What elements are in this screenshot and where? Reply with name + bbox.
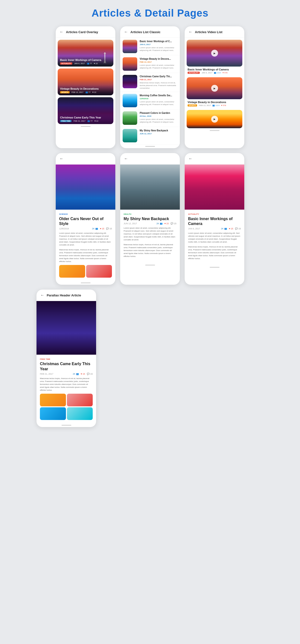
play-button-2[interactable]: ▶ [211, 85, 218, 92]
detail-body-2b: Maecenas lectus turpis, rhoncus et est a… [124, 243, 176, 258]
detail-views-2: 2K 👥 [156, 222, 162, 225]
play-button-1[interactable]: ▶ [211, 50, 218, 56]
articles-list-classic-screen: ← Articles List Classic Basic Inner Work… [120, 26, 180, 148]
back-arrow-3[interactable]: ← [189, 30, 192, 34]
grid-img-2 [86, 265, 112, 278]
detail-body-2a: Lorem ipsum dolor sit amet, consectetur … [124, 227, 176, 241]
parallax-back[interactable]: ← [40, 293, 44, 298]
detail-back-1[interactable]: ← [60, 156, 63, 161]
video-item-2[interactable]: ▶ Vintage Beauty in Decorations SPORTS F… [187, 77, 242, 108]
card-likes-2: ♥ 22 [92, 91, 96, 93]
list-item-3[interactable]: Christmas Came Early Thi... FEB 21, 2017… [120, 73, 180, 92]
list-date-5: 29 Dec, 2019 [140, 115, 177, 117]
list-excerpt-5: Lorem ipsum dolor sit amet, consectetur … [140, 118, 177, 123]
list-thumb-4 [123, 94, 137, 107]
detail-cat-1: SCIENCE [59, 213, 112, 215]
parallax-date: FEB 21, 2017 [40, 373, 53, 375]
list-info-6: My Shiny New Backpack JUN 12, 2017 [140, 129, 177, 142]
list-title-1: Basic Inner Workings of C... [140, 40, 177, 43]
video-title-2: Vintage Beauty in Decorations [188, 101, 241, 104]
list-item-6[interactable]: My Shiny New Backpack JUN 12, 2017 [120, 127, 180, 144]
bottom-bar-3 [210, 130, 219, 131]
card-views-3: 👥 77 [87, 120, 92, 122]
list-item-5[interactable]: Pleasant Colors in Garden 29 Dec, 2019 L… [120, 110, 180, 127]
list-item-4[interactable]: Morning Coffee Smells Sw... 12/5/2018 Lo… [120, 92, 180, 110]
detail-title-3: Basic Inner Workings of Camera [188, 216, 241, 227]
video-thumb-2: ▶ [187, 77, 242, 99]
play-button-3[interactable]: ▶ [211, 116, 218, 122]
row-1: ← Articles Card Overlay Basic Inner Work… [5, 26, 295, 148]
video-list-title: Articles Video List [195, 30, 222, 34]
list-thumb-2 [123, 57, 137, 71]
bottom-bar-4 [81, 282, 91, 283]
detail-back-3[interactable]: ← [189, 156, 192, 161]
card-likes-1: ♥ 22 [94, 62, 98, 64]
parallax-date-row: FEB 21, 2017 2K 👥 ♥ 15 💬 15 [40, 373, 93, 375]
video-item-1[interactable]: ▶ Basic Inner Workings of Camera ACTUALI… [187, 40, 242, 75]
detail-back-2[interactable]: ← [124, 156, 128, 161]
list-title-4: Morning Coffee Smells Sw... [140, 94, 177, 97]
video-views-1: 👥 1024 [214, 72, 221, 74]
cat-badge-1: ACTUALITY [60, 62, 72, 64]
card-overlay-item-1[interactable]: Basic Inner Workings of Camera ACTUALITY… [58, 40, 113, 66]
parallax-hero [36, 301, 96, 355]
back-arrow-2[interactable]: ← [124, 30, 128, 34]
detail-hero-2 [120, 164, 180, 210]
page-title: Articles & Detail Pages [5, 7, 295, 19]
video-title-1: Basic Inner Workings of Camera [188, 68, 241, 71]
parallax-img-grid [40, 394, 93, 420]
video-info-2: Vintage Beauty in Decorations SPORTS FEB… [187, 99, 242, 108]
card-overlay-item-2[interactable]: Vintage Beauty in Decorations SPORTS FEB… [58, 68, 113, 95]
video-cat-2: SPORTS [188, 104, 197, 106]
video-date-1: JAN 6, 2017 [202, 72, 212, 74]
list-title-2: Vintage Beauty in Decora... [140, 57, 177, 60]
detail-screen-3: ← ACTUALITY Basic Inner Workings of Came… [185, 153, 244, 285]
card-views-1: 👥 77 [87, 62, 92, 64]
card-overlay-title: Articles Card Overlay [66, 30, 98, 34]
card-overlay-info-2: Vintage Beauty in Decorations SPORTS FEB… [58, 85, 113, 95]
parallax-header: ← Parallax Header Article [36, 290, 96, 301]
card-overlay-item-3[interactable]: Christmas Came Early This Year FREE TIME… [58, 97, 113, 124]
detail-cat-3: ACTUALITY [188, 213, 241, 215]
parallax-content: FREE TIME Christmas Came Early This Year… [36, 355, 96, 424]
detail-header-2: ← [120, 153, 180, 164]
video-meta-1: ACTUALITY JAN 6, 2017 👥 1024 ♥ 578 [188, 72, 241, 74]
video-cat-1: ACTUALITY [188, 72, 200, 74]
detail-title-1: Older Cars Never Out of Style [59, 216, 112, 227]
parallax-grid-1 [40, 394, 66, 406]
list-date-1: JAN 6, 2017 [140, 44, 177, 46]
list-title-5: Pleasant Colors in Garden [140, 112, 177, 114]
list-title-3: Christmas Came Early Thi... [140, 75, 177, 78]
detail-date-1: 12/8/2018 [59, 228, 69, 230]
detail-content-3: ACTUALITY Basic Inner Workings of Camera… [185, 210, 244, 266]
detail-likes-2: ♥ 15 [164, 222, 169, 225]
bottom-bar-6 [210, 267, 219, 268]
video-item-3[interactable]: ▶ [187, 110, 242, 128]
card-likes-3: ♥ 22 [94, 120, 98, 122]
video-date-2: FEB 13, 2017 [199, 104, 211, 106]
list-date-3: FEB 21, 2017 [140, 78, 177, 81]
articles-video-list-screen: ← Articles Video List ▶ Basic Inner Work… [185, 26, 244, 148]
list-info-5: Pleasant Colors in Garden 29 Dec, 2019 L… [140, 112, 177, 125]
list-item-1[interactable]: Basic Inner Workings of C... JAN 6, 2017… [120, 38, 180, 55]
parallax-grid-2 [67, 394, 93, 406]
list-item-2[interactable]: Vintage Beauty in Decora... FEB 13, 2017… [120, 55, 180, 73]
parallax-grid-3 [40, 407, 66, 420]
list-classic-header: ← Articles List Classic [120, 26, 180, 38]
list-thumb-5 [123, 112, 137, 125]
video-thumb-1: ▶ [187, 40, 242, 66]
parallax-body: Maecenas lectus turpis, rhoncus et est a… [40, 377, 93, 392]
cat-badge-3: FREE TIME [60, 120, 72, 122]
detail-views-3: 2K 👥 [221, 228, 227, 230]
detail-header-3: ← [185, 153, 244, 164]
card-date-3: FEB 21, 2017 [73, 120, 85, 122]
video-info-1: Basic Inner Workings of Camera ACTUALITY… [187, 66, 242, 75]
detail-body-1b: Maecenas lectus turpis, rhoncus et est a… [59, 248, 112, 263]
card-overlay-header: ← Articles Card Overlay [56, 26, 115, 38]
card-overlay-info-3: Christmas Came Early This Year FREE TIME… [58, 114, 113, 124]
back-arrow-1[interactable]: ← [60, 30, 63, 34]
parallax-views: 2K 👥 [73, 373, 79, 375]
detail-header-1: ← [56, 153, 115, 164]
list-title-6: My Shiny New Backpack [140, 129, 177, 132]
list-info-3: Christmas Came Early Thi... FEB 21, 2017… [140, 75, 177, 90]
